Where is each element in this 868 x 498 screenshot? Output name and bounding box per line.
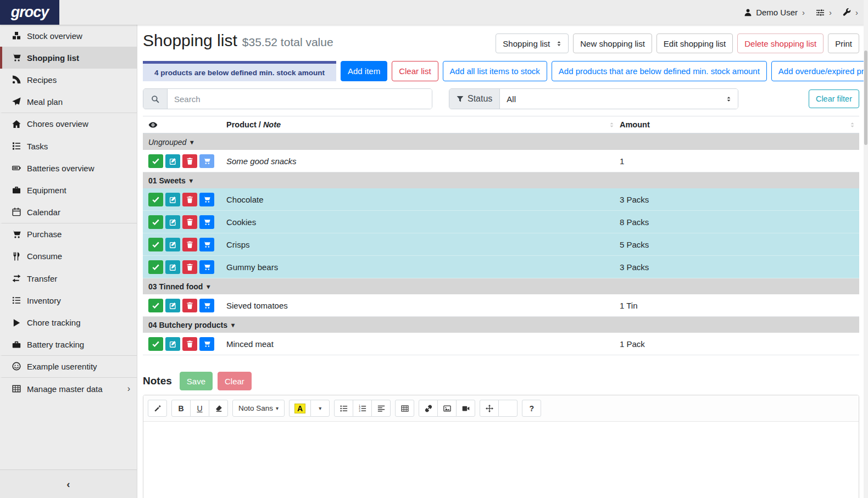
table-group-row[interactable]: 03 Tinned food▾: [143, 278, 859, 294]
notes-editor-content[interactable]: [143, 422, 859, 498]
add-to-stock-button[interactable]: [199, 193, 214, 206]
sidebar-item-batteries-overview[interactable]: Batteries overview: [0, 157, 137, 179]
add-overdue-button[interactable]: Add overdue/expired products: [771, 61, 868, 81]
clear-filter-button[interactable]: Clear filter: [809, 89, 859, 108]
mark-done-button[interactable]: [148, 154, 163, 168]
scrollbar[interactable]: [864, 0, 868, 498]
bold-button[interactable]: B: [171, 400, 191, 417]
edit-item-button[interactable]: [165, 215, 180, 229]
sidebar-item-battery-tracking[interactable]: Battery tracking: [0, 334, 137, 356]
status-filter-select[interactable]: All: [500, 89, 738, 109]
add-to-stock-button[interactable]: [199, 299, 214, 312]
caret-down-icon: ▾: [190, 177, 193, 184]
sidebar-item-example-userentity[interactable]: Example userentity: [0, 356, 137, 378]
insert-link-button[interactable]: [419, 400, 438, 417]
delete-shopping-list-button[interactable]: Delete shopping list: [737, 33, 824, 53]
user-icon: [744, 8, 752, 16]
edit-item-button[interactable]: [165, 299, 180, 312]
sidebar-collapse-button[interactable]: ‹: [0, 469, 137, 498]
fullscreen-button[interactable]: [480, 400, 499, 417]
add-to-stock-button[interactable]: [199, 215, 214, 229]
add-below-min-button[interactable]: Add products that are below defined min.…: [552, 61, 767, 81]
table-group-row[interactable]: 01 Sweets▾: [143, 172, 859, 188]
sidebar-item-manage-master-data[interactable]: Manage master data›: [0, 378, 137, 400]
sidebar-item-stock-overview[interactable]: Stock overview: [0, 25, 137, 47]
mark-done-button[interactable]: [148, 260, 163, 274]
code-view-button[interactable]: [498, 400, 518, 417]
sidebar-item-shopping-list[interactable]: Shopping list: [0, 47, 137, 69]
notes-clear-button[interactable]: Clear: [218, 372, 252, 390]
paragraph-style-button[interactable]: [371, 400, 391, 417]
clear-format-button[interactable]: [209, 400, 228, 417]
edit-item-button[interactable]: [165, 260, 180, 274]
sidebar-item-recipes[interactable]: Recipes: [0, 69, 137, 91]
delete-item-button[interactable]: [182, 154, 197, 168]
shopping-list-select[interactable]: Shopping list: [496, 33, 569, 53]
table-group-row[interactable]: Ungrouped▾: [143, 134, 859, 150]
unordered-list-button[interactable]: [334, 400, 353, 417]
delete-item-button[interactable]: [182, 299, 197, 312]
ordered-list-button[interactable]: 123: [353, 400, 372, 417]
sidebar-item-transfer[interactable]: Transfer: [0, 267, 137, 289]
highlight-color-caret-button[interactable]: ▾: [310, 400, 330, 417]
sidebar-item-consume[interactable]: Consume: [0, 245, 137, 267]
help-button[interactable]: ?: [522, 400, 541, 417]
mark-done-button[interactable]: [148, 238, 163, 251]
underline-button[interactable]: U: [190, 400, 209, 417]
insert-table-button[interactable]: [395, 400, 414, 417]
edit-item-button[interactable]: [165, 154, 180, 168]
add-to-stock-button[interactable]: [199, 154, 214, 168]
sidebar-item-purchase[interactable]: Purchase: [0, 223, 137, 245]
admin-menu[interactable]: ›: [843, 8, 858, 17]
new-shopping-list-button[interactable]: New shopping list: [573, 33, 652, 53]
insert-picture-button[interactable]: [437, 400, 457, 417]
edit-shopping-list-button[interactable]: Edit shopping list: [656, 33, 733, 53]
edit-item-button[interactable]: [165, 337, 180, 351]
amount-column-header[interactable]: Amount: [620, 120, 650, 129]
sidebar-item-chore-tracking[interactable]: Chore tracking: [0, 311, 137, 333]
sort-icon[interactable]: [608, 121, 615, 128]
clear-list-button[interactable]: Clear list: [392, 61, 438, 81]
insert-video-button[interactable]: [456, 400, 475, 417]
table-group-row[interactable]: 04 Butchery products▾: [143, 317, 859, 333]
edit-item-button[interactable]: [165, 238, 180, 251]
mark-done-button[interactable]: [148, 193, 163, 206]
sidebar-item-inventory[interactable]: Inventory: [0, 289, 137, 311]
delete-item-button[interactable]: [182, 260, 197, 274]
sidebar-item-meal-plan[interactable]: Meal plan: [0, 91, 137, 113]
sort-icon[interactable]: [849, 121, 856, 128]
scrollbar-thumb[interactable]: [864, 51, 867, 145]
sidebar-item-chores-overview[interactable]: Chores overview: [0, 113, 137, 135]
cart-icon: [9, 230, 23, 239]
user-menu[interactable]: Demo User ›: [744, 8, 805, 17]
edit-item-button[interactable]: [165, 193, 180, 206]
settings-menu[interactable]: ›: [816, 8, 832, 17]
caret-down-icon: ▾: [190, 138, 193, 146]
add-to-stock-button[interactable]: [199, 238, 214, 251]
delete-item-button[interactable]: [182, 238, 197, 251]
delete-item-button[interactable]: [182, 193, 197, 206]
sidebar-item-tasks[interactable]: Tasks: [0, 135, 137, 157]
print-button[interactable]: Print: [828, 33, 859, 53]
search-input[interactable]: [168, 89, 432, 109]
highlight-color-button[interactable]: A: [289, 400, 311, 417]
add-all-to-stock-button[interactable]: Add all list items to stock: [443, 61, 547, 81]
add-to-stock-button[interactable]: [199, 260, 214, 274]
delete-item-button[interactable]: [182, 215, 197, 229]
notes-save-button[interactable]: Save: [180, 372, 213, 390]
mark-done-button[interactable]: [148, 337, 163, 351]
mark-done-button[interactable]: [148, 215, 163, 229]
app-logo[interactable]: grocy: [0, 0, 59, 25]
trash-icon: [186, 241, 193, 248]
add-to-stock-button[interactable]: [199, 337, 214, 351]
sidebar-item-label: Chore tracking: [27, 318, 81, 327]
mark-done-button[interactable]: [148, 299, 163, 312]
add-item-button[interactable]: Add item: [341, 61, 387, 81]
sidebar-item-calendar[interactable]: Calendar: [0, 202, 137, 223]
amount-cell: 3 Packs: [620, 262, 859, 272]
magic-style-button[interactable]: [148, 400, 167, 417]
product-column-header[interactable]: Product / Note: [226, 120, 281, 129]
font-family-button[interactable]: Noto Sans▾: [232, 400, 285, 417]
delete-item-button[interactable]: [182, 337, 197, 351]
sidebar-item-equipment[interactable]: Equipment: [0, 179, 137, 201]
